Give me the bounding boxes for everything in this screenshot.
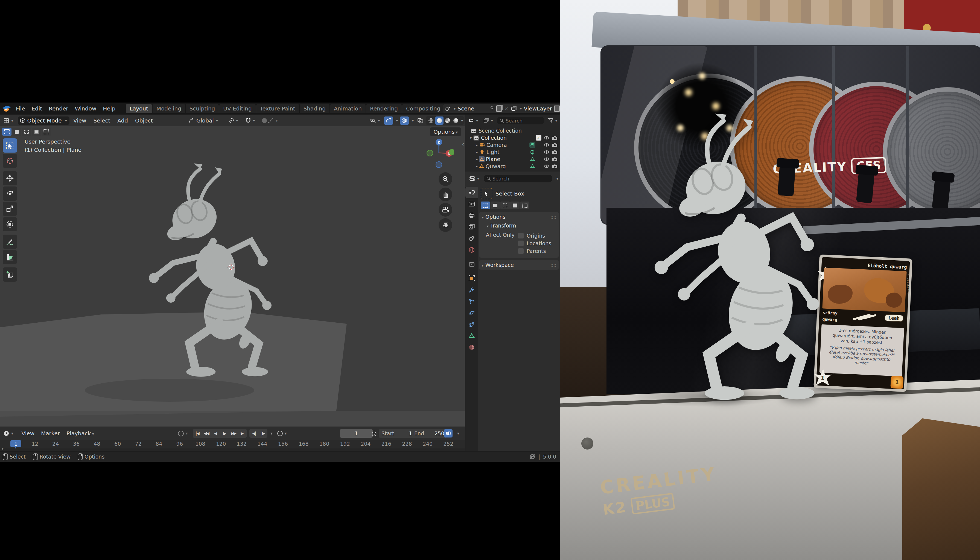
collection-checkbox[interactable]: ✓ (536, 135, 542, 140)
viewlayer-selector[interactable]: ▾ ViewLayer (509, 104, 562, 113)
mesh-data-icon[interactable] (530, 164, 535, 168)
outliner-filter-button[interactable]: ▾ (547, 117, 559, 125)
tab-view-layer[interactable] (465, 221, 478, 233)
tab-particles[interactable] (465, 296, 478, 307)
tab-modeling[interactable]: Modeling (153, 104, 185, 113)
transform-subpanel-header[interactable]: ▾ Transform (487, 223, 556, 228)
disable-render-camera-icon[interactable] (552, 157, 558, 161)
quwarg-model[interactable] (128, 162, 298, 378)
expand-icon[interactable]: ▸ (476, 157, 478, 161)
select-mode-new[interactable] (2, 128, 12, 136)
mesh-data-icon[interactable] (530, 157, 535, 161)
select-mode-intersect[interactable] (42, 128, 51, 136)
sync-button[interactable]: ▾ (177, 429, 190, 438)
previous-keyframe-button[interactable]: ◀◀ (202, 431, 211, 436)
hide-eye-icon[interactable] (543, 143, 550, 147)
shading-wireframe-button[interactable] (427, 117, 435, 125)
pan-button[interactable] (438, 188, 452, 201)
tool-mode-invert[interactable] (510, 202, 520, 209)
keying-set-button[interactable] (444, 429, 453, 438)
play-button[interactable]: ▶ (220, 431, 229, 436)
hide-eye-icon[interactable] (543, 136, 550, 140)
tab-constraints[interactable] (465, 318, 478, 330)
timeline-menu-playback[interactable]: Playback▾ (63, 430, 97, 437)
start-frame-field[interactable]: Start1 (379, 429, 415, 438)
timeline-menu-view[interactable]: View (18, 430, 38, 437)
select-box-tool[interactable] (3, 138, 17, 153)
drag-grip-icon[interactable]: :::: (550, 214, 556, 220)
hide-eye-icon[interactable] (543, 164, 550, 168)
next-keyframe-button[interactable]: ▶▶ (229, 431, 238, 436)
tool-mode-intersect[interactable] (520, 202, 529, 209)
new-scene-icon[interactable] (496, 105, 502, 112)
tool-mode-new[interactable] (481, 202, 490, 209)
tab-rendering[interactable]: Rendering (366, 104, 402, 113)
drag-grip-icon[interactable]: :::: (550, 262, 556, 268)
hide-eye-icon[interactable] (543, 157, 550, 161)
jump-to-end-button[interactable]: ▶| (238, 431, 247, 436)
tab-layout[interactable]: Layout (126, 104, 152, 113)
tool-mode-subtract[interactable] (500, 202, 510, 209)
disable-render-camera-icon[interactable] (552, 136, 558, 140)
outliner-row-camera[interactable]: ▸ Camera (467, 142, 559, 148)
expand-icon[interactable]: ▸ (476, 150, 478, 154)
workspace-panel-header[interactable]: ▸ Workspace (482, 262, 514, 268)
topbar-menu[interactable]: Edit (28, 105, 45, 112)
shading-rendered-button[interactable] (452, 117, 460, 125)
tab-sculpting[interactable]: Sculpting (186, 104, 219, 113)
measure-tool[interactable] (3, 250, 17, 264)
checkbox[interactable] (518, 248, 524, 254)
shading-solid-button[interactable] (435, 117, 443, 125)
editor-type-button[interactable]: ▾ (2, 117, 15, 125)
sidebar-collapse-icon[interactable]: ‹ (462, 140, 464, 147)
gizmos-toggle[interactable] (384, 117, 393, 125)
timeline-menu-marker[interactable]: Marker (38, 430, 63, 437)
frame-back-button[interactable]: ◀| (249, 431, 258, 436)
tab-compositing[interactable]: Compositing (402, 104, 444, 113)
viewport-3d[interactable]: User Perspective (1) Collection | Plane … (0, 126, 465, 427)
viewport-options-button[interactable]: Options▾ (430, 127, 461, 136)
expand-channels-icon[interactable]: ▸ (2, 447, 4, 451)
annotate-tool[interactable] (3, 235, 17, 249)
tab-animation[interactable]: Animation (330, 104, 366, 113)
end-frame-field[interactable]: End250 (412, 429, 447, 438)
cursor-tool[interactable] (3, 154, 17, 168)
snap-button[interactable]: ▾ (244, 117, 257, 125)
tab-shading[interactable]: Shading (300, 104, 330, 113)
viewport-menu[interactable]: Select (93, 117, 110, 124)
topbar-menu[interactable]: Help (100, 105, 119, 112)
outliner-row-quwarg[interactable]: ▸ Quwarg (467, 163, 559, 170)
outliner-row-light[interactable]: ▸ Light (467, 148, 559, 156)
tab-material[interactable] (465, 342, 478, 353)
tab-physics[interactable] (465, 307, 478, 318)
transform-tool[interactable] (3, 217, 17, 231)
xray-toggle[interactable] (416, 117, 425, 125)
outliner-row-plane[interactable]: ▸ Plane (467, 156, 559, 163)
tab-uv-editing[interactable]: UV Editing (219, 104, 255, 113)
navigation-gizmo[interactable]: Z X (424, 138, 454, 168)
tab-output[interactable] (465, 210, 478, 221)
outliner-row-scene-collection[interactable]: Scene Collection (467, 127, 559, 134)
rotate-tool[interactable] (3, 187, 17, 201)
scene-selector[interactable]: ▾ Scene × (443, 104, 511, 113)
topbar-menu[interactable]: File (13, 105, 28, 112)
tab-object-data[interactable] (465, 330, 478, 342)
tab-texture-paint[interactable]: Texture Paint (256, 104, 299, 113)
select-mode-invert[interactable] (32, 128, 41, 136)
select-mode-subtract[interactable] (22, 128, 31, 136)
auto-keying-button[interactable]: ▾ (276, 429, 288, 438)
tab-world[interactable] (465, 244, 478, 256)
ortho-toggle-button[interactable] (438, 218, 452, 232)
playhead-marker[interactable]: 1 (10, 440, 21, 447)
tab-object[interactable] (465, 273, 478, 284)
overlays-toggle[interactable] (400, 117, 409, 125)
camera-view-button[interactable] (438, 203, 452, 217)
pivot-point-button[interactable]: ▾ (227, 117, 240, 125)
select-mode-extend[interactable] (12, 128, 21, 136)
proportional-editing-button[interactable]: ▾ (260, 117, 280, 125)
play-reverse-button[interactable]: ◀ (211, 431, 220, 436)
topbar-menu[interactable]: Window (72, 105, 100, 112)
add-primitive-tool[interactable] (3, 267, 17, 282)
chevron-down-icon[interactable]: ▾ (556, 176, 558, 181)
properties-editor-type[interactable]: ▾ (468, 175, 481, 183)
